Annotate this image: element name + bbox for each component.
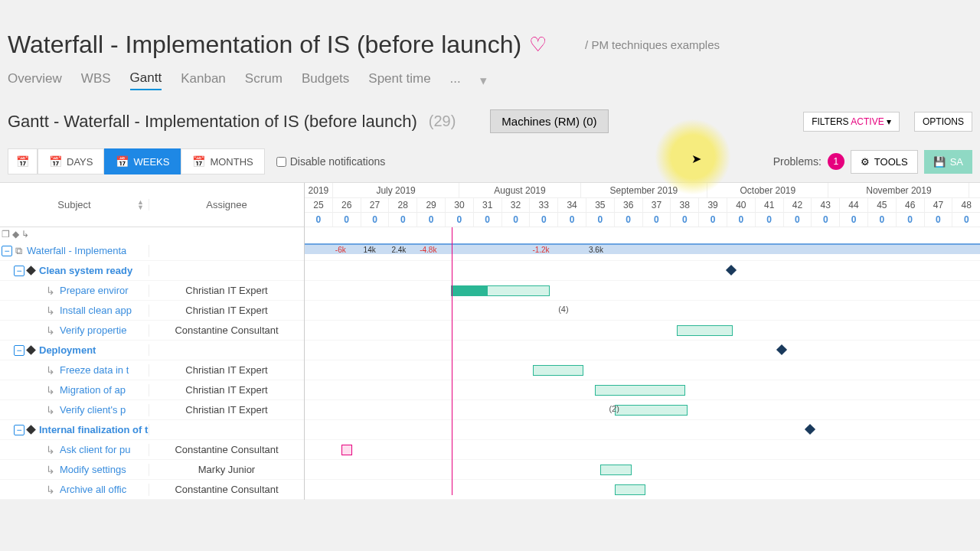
task-link[interactable]: Archive all offic [60,484,126,495]
collapse-toggle[interactable]: − [2,246,12,256]
column-assignee[interactable]: Assignee [149,199,304,210]
collapse-toggle[interactable]: − [14,345,24,356]
child-arrow-icon: ↳ [46,464,55,476]
tab-scrum[interactable]: Scrum [245,71,283,90]
scale-days-button[interactable]: 📅DAYS [38,148,104,174]
timeline-row[interactable] [305,321,980,341]
month-header: October 2019 [707,183,828,197]
task-link[interactable]: Ask client for pu [60,444,131,455]
timeline-row[interactable]: -6k14k2.4k-4.8k-1.2k3.6k [305,241,980,261]
timeline-row[interactable] [305,420,980,440]
favorite-icon[interactable]: ♡ [529,33,547,57]
scale-months-button[interactable]: 📅MONTHS [181,148,264,174]
table-row: ↳Freeze data in tChristian IT Expert [0,360,304,380]
week-header: 37 [643,198,671,212]
save-button[interactable]: 💾SA [924,150,972,174]
gantt-bar[interactable] [615,405,688,416]
tab-wbs[interactable]: WBS [81,71,111,90]
disable-notifications-checkbox[interactable]: Disable notifications [276,155,386,168]
load-cell: 0 [671,213,699,227]
options-button[interactable]: OPTIONS [914,112,972,132]
table-row: −Deployment [0,341,304,360]
gantt-bar-alert[interactable] [341,445,352,455]
task-link[interactable]: Prepare enviror [60,285,129,296]
folder-icon[interactable]: ❐ [2,229,10,240]
week-header: 47 [925,198,953,212]
task-assignee: Christian IT Expert [149,285,304,296]
calendar-icon: 📅 [116,155,129,168]
task-link[interactable]: Install clean app [60,305,132,316]
summary-value: 2.4k [391,246,406,254]
tools-button[interactable]: ⚙TOOLS [851,150,918,174]
bar-label: (2) [609,404,619,413]
milestone-marker[interactable] [805,424,815,435]
table-row: −Clean system ready [0,261,304,281]
scale-weeks-button[interactable]: 📅WEEKS [104,148,181,174]
tab-...[interactable]: ... [450,71,461,90]
task-link[interactable]: Modify settings [60,464,126,475]
gantt-bar[interactable] [600,465,631,475]
timeline-row[interactable]: (4) [305,301,980,321]
calendar-button[interactable]: 📅 [8,148,38,174]
tab-kanban[interactable]: Kanban [181,71,226,90]
task-link[interactable]: Verify client's p [60,404,126,416]
copy-icon[interactable]: ⧉ [15,245,22,257]
timeline-row[interactable] [305,480,980,500]
milestone-marker[interactable] [726,265,737,276]
load-cell: 0 [361,213,390,227]
milestone-marker[interactable] [776,344,787,355]
week-header: 38 [671,198,699,212]
tab-spent time[interactable]: Spent time [368,71,430,90]
week-header: 35 [586,198,615,212]
task-link[interactable]: Internal finalization of the project [39,424,149,435]
load-cell: 0 [502,213,531,227]
timeline-row[interactable] [305,460,980,480]
task-link[interactable]: Freeze data in t [60,364,129,376]
table-row: ↳Migration of apChristian IT Expert [0,380,304,400]
timeline-row[interactable] [305,281,980,301]
gantt-bar[interactable] [533,365,583,376]
gantt-bar[interactable] [677,325,733,336]
gantt-bar[interactable] [595,385,685,396]
timeline-row[interactable] [305,360,980,380]
gantt-bar[interactable] [615,484,645,495]
tab-budgets[interactable]: Budgets [302,71,349,90]
tab-gantt[interactable]: Gantt [130,70,162,90]
arrow-icon[interactable]: ↳ [21,229,29,240]
filters-button[interactable]: FILTERS ACTIVE ▾ [803,112,900,132]
sort-icon[interactable]: ▲▼ [137,200,144,210]
timeline-row[interactable]: (2) [305,400,980,420]
timeline-row[interactable] [305,440,980,460]
task-assignee: Constantine Consultant [149,484,304,495]
task-link[interactable]: Migration of ap [60,384,126,396]
gear-icon: ⚙ [861,156,870,168]
week-header: 43 [812,198,840,212]
timeline-row[interactable] [305,341,980,360]
month-header: November 2019 [828,183,969,197]
task-link[interactable]: Waterfall - Implementa [27,245,126,256]
tabs: OverviewWBSGanttKanbanScrumBudgetsSpent … [8,70,972,90]
timeline-row[interactable] [305,380,980,400]
task-assignee: Marky Junior [149,464,304,475]
task-link[interactable]: Deployment [39,344,96,356]
task-count: (29) [429,112,456,130]
load-cell: 0 [952,213,980,227]
collapse-toggle[interactable]: − [14,425,24,435]
week-header: 31 [474,198,502,212]
task-link[interactable]: Verify propertie [60,324,126,336]
breadcrumb[interactable]: / PM techniques examples [585,38,720,51]
timeline-row[interactable] [305,261,980,281]
chevron-down-icon[interactable]: ▾ [480,73,487,89]
task-assignee: Christian IT Expert [149,404,304,416]
tag-icon[interactable]: ◆ [12,229,19,240]
task-assignee: Christian IT Expert [149,305,304,316]
column-subject[interactable]: Subject ▲▼ [0,199,149,210]
summary-value: -4.8k [420,246,436,254]
machines-button[interactable]: Machines (RM) (0) [490,109,608,133]
tab-overview[interactable]: Overview [8,71,62,90]
collapse-toggle[interactable]: − [14,266,24,276]
problems-badge[interactable]: 1 [828,153,844,170]
load-cell: 0 [699,213,727,227]
task-link[interactable]: Clean system ready [39,265,132,276]
table-row: −Internal finalization of the project [0,420,304,440]
